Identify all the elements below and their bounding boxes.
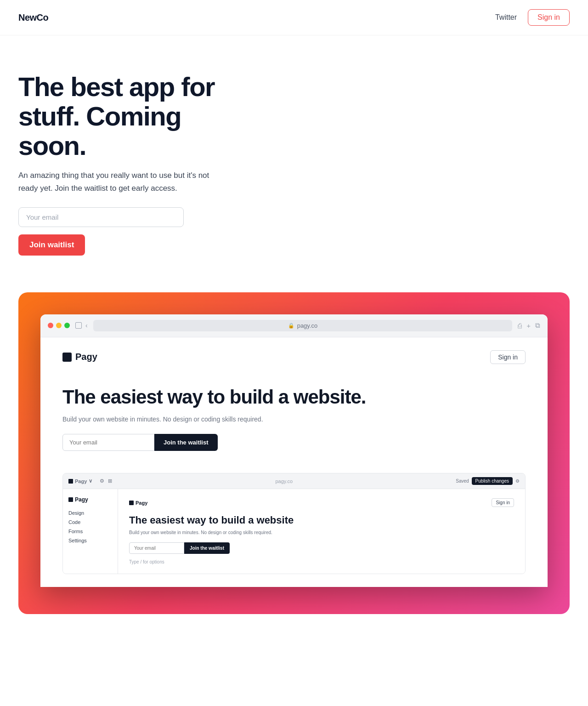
nested-settings-icon: ⚙ xyxy=(515,478,520,484)
traffic-light-green xyxy=(64,323,70,328)
inner-sign-in-button[interactable]: Sign in xyxy=(490,350,526,364)
inner-hero-title: The easiest way to build a website. xyxy=(62,386,526,408)
inner-hero-subtitle: Build your own website in minutes. No de… xyxy=(62,416,526,423)
traffic-light-red xyxy=(48,323,53,328)
inner-nav: Pagy Sign in xyxy=(62,350,526,364)
nested-main-logo-sq xyxy=(129,501,134,505)
hero-subtitle: An amazing thing that you really want to… xyxy=(18,169,230,194)
traffic-light-yellow xyxy=(56,323,62,328)
nested-grid-icon: ⊞ xyxy=(108,478,112,484)
hero-title: The best app for stuff. Coming soon. xyxy=(18,72,239,160)
browser-chrome: ‹ 🔒 pagy.co ⎙ + ⧉ xyxy=(40,314,548,337)
inner-email-input[interactable] xyxy=(62,434,154,451)
nested-content: Pagy Design Code Forms Settings xyxy=(63,489,525,574)
nested-browser: Pagy ∨ ⚙ ⊞ pagy.co Saved Publish changes… xyxy=(62,473,526,574)
nested-join-button[interactable]: Join the waitlist xyxy=(184,542,230,554)
join-waitlist-button[interactable]: Join waitlist xyxy=(18,234,85,256)
inner-logo-square xyxy=(62,353,72,362)
sidebar-item-settings[interactable]: Settings xyxy=(68,538,112,543)
sign-in-button[interactable]: Sign in xyxy=(528,9,570,26)
nested-sidebar-logo: Pagy xyxy=(68,496,112,503)
traffic-lights xyxy=(48,323,70,328)
browser-actions: ⎙ + ⧉ xyxy=(518,321,540,330)
nested-main-logo-text: Pagy xyxy=(136,500,147,506)
lock-icon: 🔒 xyxy=(288,323,294,329)
nested-main-subtitle: Build your own website in minutes. No de… xyxy=(129,530,514,535)
share-icon: ⎙ xyxy=(518,322,522,330)
nested-logo: Pagy ∨ xyxy=(68,478,92,484)
nested-main-signin-button[interactable]: Sign in xyxy=(492,498,514,507)
nested-address: pagy.co xyxy=(116,478,452,484)
nested-controls-icon: ⚙ xyxy=(100,478,104,484)
url-text: pagy.co xyxy=(297,322,318,329)
nested-sidebar: Pagy Design Code Forms Settings xyxy=(63,489,118,574)
nested-main: Pagy Sign in The easiest way to build a … xyxy=(118,489,525,574)
nested-sidebar-sq xyxy=(68,497,73,502)
mockup-section: ‹ 🔒 pagy.co ⎙ + ⧉ Pagy Sign in The easie xyxy=(18,292,570,614)
address-bar[interactable]: 🔒 pagy.co xyxy=(93,320,513,331)
browser-window: ‹ 🔒 pagy.co ⎙ + ⧉ Pagy Sign in The easie xyxy=(40,314,548,587)
nested-cursor-hint: Type / for options xyxy=(129,559,514,564)
navbar: NewCo Twitter Sign in xyxy=(0,0,588,35)
add-tab-icon: + xyxy=(526,322,531,330)
sidebar-item-forms[interactable]: Forms xyxy=(68,529,112,534)
twitter-link[interactable]: Twitter xyxy=(495,13,517,22)
nav-right: Twitter Sign in xyxy=(495,9,570,26)
inner-form: Join the waitlist xyxy=(62,434,526,451)
back-arrow: ‹ xyxy=(85,322,88,329)
nested-sidebar-logo-text: Pagy xyxy=(75,496,88,503)
nested-sidebar-items: Design Code Forms Settings xyxy=(68,510,112,543)
nested-logo-sq xyxy=(68,479,73,484)
nested-main-logo: Pagy xyxy=(129,500,147,506)
logo: NewCo xyxy=(18,12,48,23)
nested-main-title: The easiest way to build a website xyxy=(129,514,514,526)
inner-logo-text: Pagy xyxy=(75,352,97,362)
browser-controls: ‹ xyxy=(75,322,88,329)
inner-logo: Pagy xyxy=(62,352,97,362)
sidebar-item-design[interactable]: Design xyxy=(68,510,112,516)
hero-section: The best app for stuff. Coming soon. An … xyxy=(0,35,257,274)
nested-actions: Saved Publish changes ⚙ xyxy=(456,477,520,485)
inner-join-button[interactable]: Join the waitlist xyxy=(154,434,218,451)
nested-logo-text: Pagy xyxy=(75,478,87,484)
tab-icon xyxy=(75,322,82,329)
email-input[interactable] xyxy=(18,207,184,227)
inner-page: Pagy Sign in The easiest way to build a … xyxy=(40,337,548,587)
publish-button[interactable]: Publish changes xyxy=(472,477,513,485)
nested-dropdown-icon: ∨ xyxy=(89,478,92,484)
sidebar-item-code[interactable]: Code xyxy=(68,519,112,525)
nested-saved-label: Saved xyxy=(456,478,469,484)
nested-browser-chrome: Pagy ∨ ⚙ ⊞ pagy.co Saved Publish changes… xyxy=(63,473,525,489)
more-icon: ⧉ xyxy=(535,321,540,330)
nested-form: Join the waitlist xyxy=(129,542,514,554)
nested-email-input[interactable] xyxy=(129,542,184,554)
